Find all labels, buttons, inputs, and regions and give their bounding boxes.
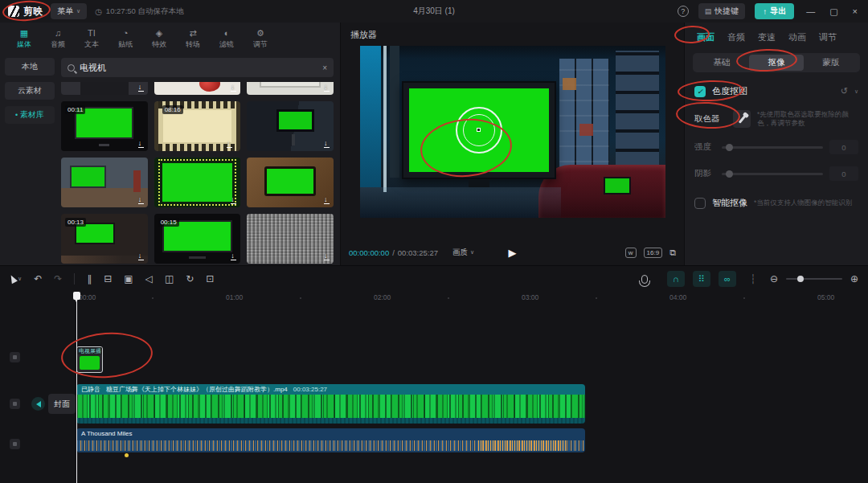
tab-text[interactable]: TI文本 <box>76 26 108 51</box>
media-item[interactable]: ↓ <box>154 82 241 95</box>
reset-icon[interactable]: ↺ <box>841 86 848 96</box>
track-toggle-icon[interactable] <box>10 439 20 449</box>
collapse-icon[interactable]: ∨ <box>854 88 858 95</box>
play-button[interactable]: ▶ <box>509 247 517 259</box>
menu-button[interactable]: 菜单 ∨ <box>51 3 87 19</box>
shadow-value[interactable]: 0 <box>829 166 858 181</box>
video-preview[interactable] <box>360 46 665 218</box>
media-item[interactable]: ↓ <box>247 158 334 207</box>
auto-snap-toggle[interactable]: ⠿ <box>693 271 710 287</box>
app-logo[interactable]: 剪映 <box>8 5 43 18</box>
cover-button[interactable]: 封面 <box>48 394 76 414</box>
delete-button[interactable]: ⊟ <box>104 273 112 284</box>
track-toggle-icon[interactable] <box>10 352 20 362</box>
tab-effects[interactable]: ◈特效 <box>143 26 175 51</box>
help-icon[interactable]: ? <box>678 6 689 17</box>
media-item[interactable]: ↓ <box>61 82 148 95</box>
track-mute-button[interactable] <box>31 397 45 411</box>
shadow-slider[interactable] <box>722 173 823 175</box>
timeline-ruler[interactable]: 00:00 01:00 02:00 03:00 04:00 05:00 <box>0 292 868 303</box>
tab-picture[interactable]: 画面 <box>691 30 720 45</box>
tab-transition[interactable]: ⇄转场 <box>177 26 209 51</box>
chroma-key-checkbox[interactable]: ✓ <box>694 86 706 97</box>
subtab-basic[interactable]: 基础 <box>694 55 749 71</box>
timeline-clip-video[interactable]: 已静音 糖豆广场舞《天上掉下个林妹妹》（原创过曲舞蹈附教学）.mp4 00:03… <box>76 384 585 424</box>
download-icon[interactable]: ↓ <box>231 196 236 205</box>
zoom-out-button[interactable]: ⊖ <box>770 273 778 284</box>
tab-animation[interactable]: 动画 <box>783 30 812 45</box>
tab-sticker[interactable]: ◔贴纸 <box>109 26 141 51</box>
media-item[interactable]: 08:16↓ <box>154 101 241 151</box>
download-icon[interactable]: ↓ <box>324 140 330 149</box>
slider-knob[interactable] <box>726 144 733 151</box>
preview-axis-toggle[interactable]: ┆ <box>744 271 762 287</box>
preview-quality-icon[interactable]: w <box>625 248 637 258</box>
picker-target-square[interactable] <box>477 128 481 132</box>
rotate-button[interactable]: ↻ <box>186 273 194 284</box>
export-button[interactable]: ↑ 导出 <box>755 3 794 19</box>
close-button[interactable]: × <box>850 6 860 16</box>
media-item[interactable]: ↓ <box>154 158 241 207</box>
playhead-handle[interactable] <box>73 292 80 300</box>
sidebar-item-library[interactable]: •素材库 <box>5 106 55 124</box>
linkage-toggle[interactable]: ∞ <box>719 271 736 287</box>
clear-search-icon[interactable]: × <box>322 63 327 72</box>
media-item[interactable]: ↓ <box>61 158 148 207</box>
sidebar-item-local[interactable]: 本地 <box>5 58 55 76</box>
timeline-clip-tv[interactable]: 电视展播 <box>76 346 103 373</box>
shortcut-button[interactable]: ▤ 快捷键 <box>698 3 746 19</box>
tab-media[interactable]: ▦媒体 <box>8 26 40 51</box>
main-track-magnet-toggle[interactable]: ∩ <box>667 271 685 287</box>
media-item[interactable]: ↓ <box>247 214 334 264</box>
tab-audio[interactable]: ♫音频 <box>42 26 74 51</box>
download-icon[interactable]: ↓ <box>138 252 144 261</box>
tab-adjustment[interactable]: 调节 <box>813 30 842 45</box>
reverse-button[interactable]: ◁ <box>145 273 153 284</box>
download-icon[interactable]: ↓ <box>324 252 330 261</box>
record-voiceover-icon[interactable] <box>641 275 648 284</box>
download-icon[interactable]: ↓ <box>138 84 144 92</box>
download-icon[interactable]: ↓ <box>324 84 330 92</box>
subtab-matting[interactable]: 抠像 <box>749 55 804 71</box>
timeline-clip-audio[interactable]: A Thousand Miles <box>76 428 585 452</box>
media-item[interactable]: 00:11↓ <box>61 101 148 151</box>
download-icon[interactable]: ↓ <box>227 140 232 149</box>
media-item[interactable]: ↓ <box>247 82 334 95</box>
tab-audio-settings[interactable]: 音频 <box>722 30 751 45</box>
freeze-frame-button[interactable]: ▣ <box>124 273 133 284</box>
download-icon[interactable]: ↓ <box>138 140 144 149</box>
smart-matting-checkbox[interactable] <box>694 198 706 209</box>
download-icon[interactable]: ↓ <box>138 196 144 205</box>
mirror-button[interactable]: ◫ <box>165 273 174 284</box>
download-icon[interactable]: ↓ <box>231 84 236 92</box>
quality-dropdown[interactable]: 画质∨ <box>452 248 474 258</box>
sidebar-item-cloud[interactable]: 云素材 <box>5 82 55 100</box>
zoom-knob[interactable] <box>797 276 804 282</box>
media-item[interactable]: 00:15↓ <box>154 214 241 264</box>
minimize-button[interactable]: — <box>804 6 817 16</box>
eyedropper-button[interactable] <box>733 110 751 128</box>
slider-knob[interactable] <box>726 170 733 178</box>
media-item[interactable]: 00:13↓ <box>61 214 148 264</box>
download-icon[interactable]: ↓ <box>324 196 330 205</box>
track-toggle-icon[interactable] <box>10 399 20 409</box>
fullscreen-icon[interactable]: ⧉ <box>669 248 676 258</box>
search-input[interactable] <box>80 63 317 72</box>
zoom-in-button[interactable]: ⊕ <box>850 273 858 284</box>
media-item[interactable]: ↓ <box>247 101 334 151</box>
strength-slider[interactable] <box>722 146 823 149</box>
undo-button[interactable]: ↶ <box>34 273 42 284</box>
crop-button[interactable]: ⊡ <box>206 273 214 284</box>
download-icon[interactable]: ↓ <box>231 252 236 261</box>
subtab-mask[interactable]: 蒙版 <box>804 55 858 71</box>
timeline-zoom-slider[interactable] <box>786 278 842 280</box>
strength-value[interactable]: 0 <box>829 140 858 154</box>
aspect-ratio-button[interactable]: 16:9 <box>644 248 663 258</box>
tab-adjust[interactable]: ⚙调节 <box>244 26 276 51</box>
tab-filter[interactable]: ◐滤镜 <box>211 26 243 51</box>
split-button[interactable]: ∥ <box>87 273 92 284</box>
select-tool-button[interactable]: ∨ <box>10 275 22 283</box>
redo-button[interactable]: ↷ <box>54 273 62 284</box>
maximize-button[interactable]: ▢ <box>827 6 840 17</box>
tab-speed[interactable]: 变速 <box>752 30 781 45</box>
